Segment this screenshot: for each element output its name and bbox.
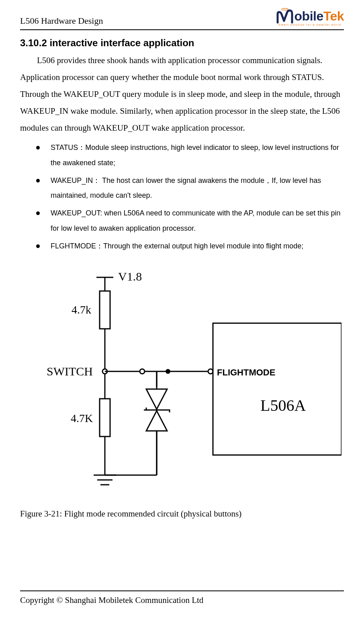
list-item: WAKEUP_IN： The host can lower the signal… [36,173,344,204]
copyright-text: Copyright © Shanghai Mobiletek Communica… [20,595,203,605]
svg-rect-3 [100,291,110,329]
section-title: interactive interface application [49,37,194,48]
svg-rect-24 [213,323,342,455]
svg-point-7 [140,369,145,374]
page-header: L506 Hardware Design obileTek Smart solu… [20,0,344,30]
logo-text-orange: Tek [323,9,344,23]
section-number: 3.10.2 [20,37,47,48]
svg-point-16 [208,369,213,374]
switch-label: SWITCH [47,365,93,378]
logo-m-icon [276,8,294,24]
voltage-label: V1.8 [118,270,142,283]
list-item: WAKEUP_OUT: when L506A need to communica… [36,206,344,236]
circuit-diagram-icon: V1.8 4.7k SWITCH 4.7K [20,266,342,507]
section-heading: 3.10.2 interactive interface application [20,37,344,49]
list-item: FLGHTMODE：Through the external output hi… [36,239,344,254]
list-item: STATUS：Module sleep instructions, high l… [36,140,344,171]
pin-label: FLIGHTMODE [217,367,275,377]
brand-logo: obileTek Smart solution for a smarter wo… [276,8,344,26]
bullet-list: STATUS：Module sleep instructions, high l… [20,140,344,254]
figure-caption: Figure 3-21: Flight mode recommended cir… [20,509,344,519]
svg-marker-19 [146,389,167,409]
svg-point-0 [282,8,288,10]
svg-point-15 [166,369,170,374]
circuit-figure: V1.8 4.7k SWITCH 4.7K [20,266,344,519]
resistor-top-label: 4.7k [72,303,91,316]
module-label: L506A [260,396,306,414]
intro-paragraph: L506 provides three shook hands with app… [20,52,344,136]
doc-title: L506 Hardware Design [20,16,103,26]
logo-text-navy: obile [294,9,323,23]
page-footer: Copyright © Shanghai Mobiletek Communica… [20,590,344,605]
svg-marker-20 [146,411,167,431]
svg-rect-9 [100,399,110,437]
resistor-bottom-label: 4.7K [71,412,93,424]
